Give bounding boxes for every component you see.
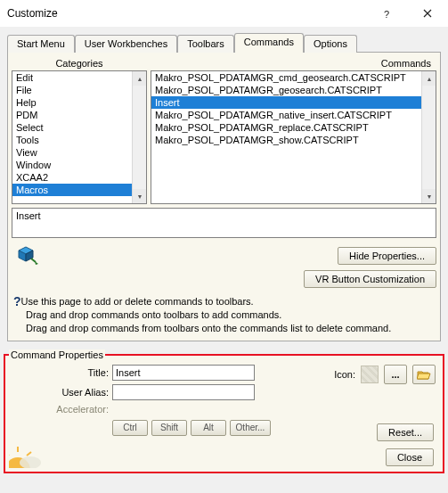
accelerator-label: Accelerator: (16, 404, 112, 415)
chevron-up-icon[interactable]: ▲ (133, 71, 147, 86)
title-label: Title: (16, 367, 112, 378)
list-item[interactable]: XCAA2 (12, 171, 146, 184)
list-item[interactable]: Tools (12, 134, 146, 146)
list-item[interactable]: Macros (12, 184, 146, 196)
tip-line: Drag and drop commands from toolbars ont… (13, 322, 435, 335)
tip-text: ?Use this page to add or delete commands… (12, 295, 436, 337)
scrollbar[interactable]: ▲ ▼ (132, 71, 146, 203)
cube-icon (15, 243, 38, 265)
ellipsis-icon: ... (391, 369, 399, 380)
tab-options[interactable]: Options (304, 35, 357, 53)
chevron-down-icon[interactable]: ▼ (422, 189, 436, 203)
categories-list[interactable]: Edit File Help PDM Select Tools View Win… (12, 70, 147, 204)
vr-customization-button[interactable]: VR Button Customization (304, 270, 436, 288)
list-item[interactable]: Makro_PSOL_PDATAMGR_native_insert.CATSCR… (151, 109, 436, 121)
icon-preview (361, 366, 379, 383)
tab-start-menu[interactable]: Start Menu (7, 35, 75, 53)
window-title: Customize (7, 7, 366, 20)
shift-button[interactable]: Shift (151, 420, 187, 436)
titlebar: Customize ? (0, 0, 448, 27)
close-icon[interactable] (407, 0, 448, 27)
list-item[interactable]: Makro_PSOL_PDATAMGR_show.CATSCRIPT (151, 134, 436, 146)
list-item[interactable]: Edit (12, 71, 146, 84)
list-item[interactable]: Window (12, 159, 146, 171)
alias-field[interactable] (112, 384, 255, 400)
ctrl-button[interactable]: Ctrl (112, 420, 148, 436)
group-legend: Command Properties (9, 349, 105, 360)
list-item[interactable]: Makro_PSOL_PDATAMGR_cmd_geosearch.CATSCR… (151, 71, 436, 84)
tip-line: Use this page to add or delete commands … (21, 296, 254, 307)
tip-line: Drag and drop commands onto toolbars to … (13, 308, 435, 322)
list-item[interactable]: View (12, 146, 146, 159)
tab-user-workbenches[interactable]: User Workbenches (75, 35, 177, 53)
svg-marker-4 (35, 261, 38, 265)
command-preview: Insert (12, 208, 436, 238)
open-folder-button[interactable] (412, 365, 436, 384)
tab-panel: Categories Commands Edit File Help PDM S… (7, 52, 441, 341)
icon-label: Icon: (334, 369, 355, 380)
help-button[interactable]: ? (366, 0, 407, 27)
reset-button[interactable]: Reset... (377, 423, 434, 441)
scrollbar[interactable]: ▲ ▼ (421, 71, 436, 203)
commands-header: Commands (147, 56, 436, 70)
tabstrip: Start Menu User Workbenches Toolbars Com… (7, 33, 441, 53)
chevron-down-icon[interactable]: ▼ (133, 189, 147, 203)
tab-toolbars[interactable]: Toolbars (177, 35, 234, 53)
alt-button[interactable]: Alt (191, 420, 226, 436)
list-item[interactable]: Help (12, 96, 146, 109)
list-item[interactable]: Makro_PSOL_PDATAMGR_replace.CATSCRIPT (151, 121, 436, 134)
tab-commands[interactable]: Commands (234, 33, 304, 53)
list-item[interactable]: Select (12, 121, 146, 134)
categories-header: Categories (12, 56, 147, 70)
list-item[interactable]: PDM (12, 109, 146, 121)
sun-icon (9, 447, 45, 468)
title-field[interactable] (112, 365, 255, 381)
list-item[interactable]: File (12, 84, 146, 96)
svg-text:?: ? (384, 9, 389, 20)
list-item[interactable]: Makro_PSOL_PDATAMGR_geosearch.CATSCRIPT (151, 84, 436, 96)
svg-line-7 (27, 452, 31, 456)
close-button[interactable]: Close (386, 448, 434, 466)
hide-properties-button[interactable]: Hide Properties... (338, 247, 436, 265)
browse-icon-button[interactable]: ... (384, 365, 407, 384)
other-button[interactable]: Other... (230, 420, 271, 436)
svg-point-9 (20, 456, 41, 468)
alias-label: User Alias: (16, 387, 112, 398)
commands-list[interactable]: Makro_PSOL_PDATAMGR_cmd_geosearch.CATSCR… (151, 70, 436, 204)
chevron-up-icon[interactable]: ▲ (422, 71, 436, 86)
question-icon: ? (13, 294, 21, 308)
command-properties-group: Command Properties Title: User Alias: Ac… (4, 354, 444, 473)
list-item[interactable]: Insert (151, 96, 436, 109)
folder-open-icon (417, 368, 431, 381)
